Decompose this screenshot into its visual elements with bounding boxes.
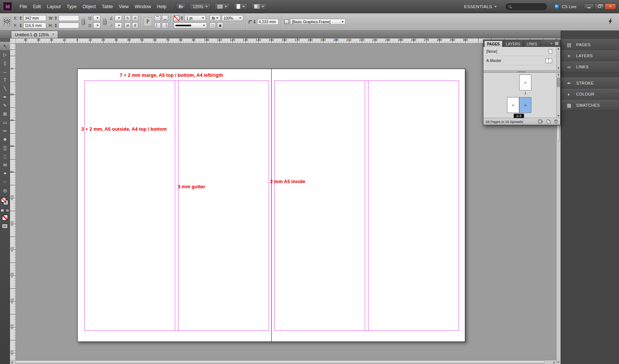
annotation-outside-margin[interactable]: 3 + 2 mm, A5 outside, A4 top / bottom [81,126,167,132]
y-input[interactable] [23,23,46,28]
note-tool[interactable]: ✉ [0,161,10,169]
scale-y-select[interactable] [93,23,101,28]
rectangle-frame-tool[interactable]: ⊠ [0,110,10,118]
width-input[interactable] [58,15,79,21]
close-tab-icon[interactable]: × [52,33,54,36]
y-stepper[interactable] [19,24,22,27]
tab-links[interactable]: LINKS [524,41,540,47]
panel-menu-icon[interactable] [555,42,558,43]
formatting-affects-container-button[interactable]: ▣ [0,209,4,212]
arrange-documents-select[interactable] [251,3,267,10]
vertical-ruler[interactable]: 20020406080100120140160180200220 [10,44,16,360]
align-top-button[interactable]: ▔ [154,15,161,21]
type-tool[interactable]: T [0,76,10,84]
menu-window[interactable]: Window [132,0,154,13]
gap-tool[interactable]: ↔ [0,67,10,76]
document-tab[interactable]: Untitled-1 @ 125% × [11,31,58,38]
tab-pages[interactable]: PAGES [484,41,503,47]
corner-radius-stepper[interactable] [253,20,256,24]
direct-selection-tool[interactable]: ▷ [0,50,10,59]
edit-page-size-button[interactable] [538,119,543,124]
menu-view[interactable]: View [116,0,132,13]
pages-scrollbar[interactable] [556,73,560,118]
page-2-thumbnail[interactable]: A [507,97,519,113]
page-1-thumbnail[interactable]: A [519,75,531,90]
dock-layers[interactable]: ≡ LAYERS [561,50,619,61]
screen-mode-select[interactable] [234,3,248,10]
x-input[interactable] [23,15,46,21]
rotate-cw-button[interactable]: ↻ [125,15,131,21]
scroll-up-icon[interactable] [557,48,560,49]
tab-layers[interactable]: LAYERS [503,41,523,47]
apply-none-button[interactable] [2,215,8,220]
ruler-origin-corner[interactable] [10,38,16,44]
align-bottom-button[interactable]: ▁ [162,15,168,21]
dock-swatches[interactable]: ▦ SWATCHES [561,100,619,111]
scroll-up-icon[interactable] [557,74,560,75]
minimize-button[interactable] [584,3,594,10]
masters-scrollbar[interactable] [556,47,560,70]
document-spread[interactable] [77,69,465,342]
stroke-weight-select[interactable]: 1 pt [184,15,206,21]
effects-button[interactable]: fx [210,15,221,21]
pages-scroll-thumb[interactable] [557,78,560,87]
scroll-down-icon[interactable] [557,115,560,117]
wrap-none-button[interactable]: ▢ [210,23,216,28]
rectangle-tool[interactable]: ▭ [0,118,10,127]
workspace-switcher[interactable]: ESSENTIALS [461,3,500,10]
height-stepper[interactable] [54,24,57,27]
scroll-down-icon[interactable] [557,68,560,69]
line-tool[interactable]: ╲ [0,84,10,93]
free-transform-tool[interactable]: ❖ [0,135,10,144]
scale-x-select[interactable] [93,15,101,21]
align-right-button[interactable]: ▕ [162,23,168,28]
gradient-swatch-tool[interactable]: ▒ [0,144,10,152]
menu-help[interactable]: Help [154,0,170,13]
rotate-ccw-button[interactable]: ↺ [132,15,138,21]
height-input[interactable] [58,23,79,28]
search-input[interactable] [513,4,543,9]
cs-live-button[interactable]: CS Live [554,4,577,9]
pencil-tool[interactable]: ✎ [0,101,10,110]
scroll-left-icon[interactable] [11,361,13,364]
reference-point-proxy[interactable] [3,18,11,26]
opacity-select[interactable]: 100% [222,15,243,21]
scissors-tool[interactable]: ✂ [0,127,10,135]
page-3-thumbnail[interactable]: A [519,97,531,113]
bridge-button[interactable]: Br [176,3,186,10]
width-stepper[interactable] [54,16,57,20]
constrain-dimensions-link-icon[interactable] [82,19,85,25]
scroll-down-icon[interactable] [557,361,560,363]
formatting-affects-text-button[interactable]: T [6,209,10,212]
dock-links[interactable]: ∞ LINKS [561,61,619,72]
menu-type[interactable]: Type [64,0,79,13]
menu-file[interactable]: File [17,0,30,13]
zoom-level-select[interactable]: 125% [190,3,210,10]
delete-page-button[interactable] [554,119,558,124]
dock-colour[interactable]: ◐ COLOUR [561,89,619,100]
document-canvas[interactable]: 7 + 2 mm marge, A5 top / bottom, A4 left… [16,44,556,360]
screen-mode-button[interactable] [2,224,8,229]
view-options-select[interactable] [214,3,230,10]
stroke-weight-stepper[interactable] [180,16,183,20]
zoom-tool[interactable]: ◎ [0,186,10,195]
pen-tool[interactable]: ✒ [0,93,10,101]
horizontal-scrollbar[interactable] [10,360,556,364]
menu-edit[interactable]: Edit [30,0,44,13]
stroke-style-select[interactable] [174,23,207,28]
close-button[interactable]: × [605,3,616,10]
rotation-select[interactable] [115,15,122,21]
stroke-color-swatch[interactable] [174,16,179,21]
constrain-scale-link-icon[interactable] [103,19,106,25]
dock-stroke[interactable]: ✒ STROKE [561,78,619,89]
quick-apply-icon[interactable] [608,18,612,25]
horizontal-scroll-thumb[interactable] [15,361,545,364]
collapse-panel-icon[interactable]: » [550,41,552,45]
gradient-feather-tool[interactable]: ░ [0,152,10,161]
page-tool[interactable]: ▯ [0,59,10,67]
flip-vertical-button[interactable]: ⇵ [132,23,138,28]
fill-stroke-indicator[interactable] [0,197,10,207]
hand-tool[interactable]: ☞ [0,178,10,186]
restore-button[interactable] [594,3,604,10]
scroll-right-icon[interactable] [554,361,555,364]
